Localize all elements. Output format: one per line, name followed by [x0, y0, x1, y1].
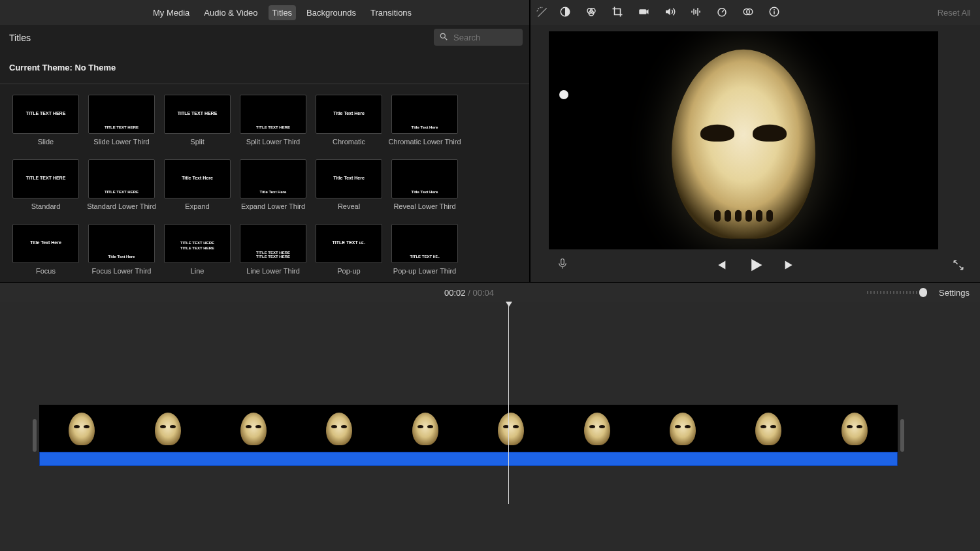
title-preset-label: Line — [159, 267, 235, 276]
title-preset-chromatic-lower-third[interactable]: Title Text HereChromatic Lower Third — [387, 95, 463, 146]
clip-thumbnail-frame — [383, 405, 468, 453]
search-icon — [439, 32, 448, 43]
title-preset-slide[interactable]: TITLE TEXT HERESlide — [8, 95, 84, 146]
title-preset-split[interactable]: TITLE TEXT HERESplit — [159, 95, 235, 146]
title-preset-label: Focus Lower Third — [84, 267, 159, 276]
clip-thumbnail-frame — [211, 405, 297, 453]
current-theme-label: Current Theme: No Theme — [0, 51, 529, 84]
timeline-toolbar: 00:02 / 00:04 Settings — [0, 282, 980, 303]
scene-light-orb — [559, 90, 568, 99]
volume-icon[interactable] — [664, 6, 676, 20]
title-preset-label: Slide Lower Third — [84, 138, 159, 146]
fullscreen-icon[interactable] — [953, 259, 964, 273]
zoom-slider[interactable] — [867, 291, 927, 294]
svg-rect-10 — [774, 11, 775, 14]
clip-thumbnail-frame — [468, 405, 554, 453]
title-preset-label: Slide — [8, 138, 84, 146]
clip-thumbnail-frame — [554, 405, 640, 453]
title-preset-split-lower-third[interactable]: TITLE TEXT HERESplit Lower Third — [235, 95, 311, 146]
playhead-time: 00:02 / 00:04 — [444, 288, 494, 298]
title-preset-label: Pop-up — [311, 267, 387, 276]
title-preset-expand-lower-third[interactable]: Title Text HereExpand Lower Third — [235, 159, 311, 211]
library-tabs: My MediaAudio & VideoTitlesBackgroundsTr… — [0, 5, 416, 20]
clip-trim-handle-left[interactable] — [33, 419, 37, 452]
title-preset-label: Split Lower Third — [235, 138, 311, 146]
title-preset-label: Reveal Lower Third — [387, 202, 463, 211]
tab-titles[interactable]: Titles — [269, 5, 297, 20]
title-preset-label: Chromatic Lower Third — [387, 138, 463, 146]
title-preset-label: Line Lower Third — [235, 267, 311, 276]
title-preset-expand[interactable]: Title Text HereExpand — [159, 159, 235, 211]
title-preset-label: Standard Lower Third — [84, 202, 159, 211]
clip-audio-track[interactable] — [39, 452, 898, 466]
title-preset-standard[interactable]: TITLE TEXT HEREStandard — [8, 159, 84, 211]
preview-viewer[interactable] — [549, 31, 938, 249]
clip-thumbnail-frame — [39, 405, 125, 453]
title-preset-slide-lower-third[interactable]: TITLE TEXT HERESlide Lower Third — [84, 95, 159, 146]
tab-audio-video[interactable]: Audio & Video — [200, 5, 261, 20]
search-input[interactable] — [452, 32, 514, 43]
clip-filter-icon[interactable] — [742, 6, 754, 20]
preview-pane — [531, 25, 980, 282]
title-preset-label: Standard — [8, 202, 84, 211]
color-correction-icon[interactable] — [585, 6, 597, 20]
pane-title: Titles — [9, 33, 31, 43]
playhead[interactable] — [508, 302, 509, 504]
tab-my-media[interactable]: My Media — [149, 5, 193, 20]
title-preset-label: Expand Lower Third — [235, 202, 311, 211]
clip-thumbnail-frame — [297, 405, 382, 453]
title-preset-chromatic[interactable]: Title Text HereChromatic — [311, 95, 387, 146]
title-preset-label: Expand — [159, 202, 235, 211]
title-preset-reveal[interactable]: Title Text HereReveal — [311, 159, 387, 211]
preview-content-mask — [672, 50, 815, 239]
search-field[interactable] — [434, 29, 523, 46]
play-button[interactable] — [746, 256, 764, 276]
title-preset-pop-up[interactable]: TITLE TEXT HE..Pop-up — [311, 224, 387, 276]
clip-thumbnail-frame — [726, 405, 811, 453]
transport-controls — [531, 249, 980, 282]
title-preset-focus[interactable]: Title Text HereFocus — [8, 224, 84, 276]
stabilization-icon[interactable] — [638, 6, 649, 20]
svg-line-12 — [445, 37, 448, 40]
svg-point-11 — [440, 33, 445, 38]
titles-browser-pane: Titles Current Theme: No Theme TITLE TEX… — [0, 25, 530, 282]
color-balance-icon[interactable] — [559, 6, 571, 20]
tab-transitions[interactable]: Transitions — [367, 5, 416, 20]
title-preset-reveal-lower-third[interactable]: Title Text HereReveal Lower Third — [387, 159, 463, 211]
timeline[interactable] — [0, 302, 980, 551]
title-preset-line-lower-third[interactable]: TITLE TEXT HERETITLE TEXT HERELine Lower… — [235, 224, 311, 276]
clip-thumbnail-frame — [125, 405, 210, 453]
title-preset-label: Chromatic — [311, 138, 387, 146]
title-preset-label: Reveal — [311, 202, 387, 211]
speed-icon[interactable] — [716, 6, 728, 20]
title-preset-label: Focus — [8, 267, 84, 276]
title-preset-standard-lower-third[interactable]: TITLE TEXT HEREStandard Lower Third — [84, 159, 159, 211]
reset-all-button[interactable]: Reset All — [938, 8, 971, 18]
svg-rect-4 — [639, 9, 646, 14]
enhance-magic-wand-icon[interactable] — [536, 6, 549, 21]
clip-thumbnail-frame — [812, 405, 898, 453]
timeline-settings-button[interactable]: Settings — [939, 288, 970, 298]
crop-icon[interactable] — [612, 6, 623, 20]
title-preset-label: Pop-up Lower Third — [387, 267, 463, 276]
noise-reduction-eq-icon[interactable] — [690, 6, 702, 20]
next-button[interactable] — [783, 258, 797, 274]
info-icon[interactable] — [768, 6, 780, 20]
title-preset-pop-up-lower-third[interactable]: TITLE TEXT HE..Pop-up Lower Third — [387, 224, 463, 276]
previous-button[interactable] — [713, 258, 728, 274]
clip-thumbnail-frame — [640, 405, 726, 453]
svg-point-9 — [774, 9, 775, 10]
clip-trim-handle-right[interactable] — [900, 419, 904, 452]
tab-backgrounds[interactable]: Backgrounds — [302, 5, 360, 20]
video-clip[interactable] — [39, 405, 898, 466]
title-preset-focus-lower-third[interactable]: Title Text HereFocus Lower Third — [84, 224, 159, 276]
title-preset-line[interactable]: TITLE TEXT HERETITLE TEXT HERELine — [159, 224, 235, 276]
title-preset-label: Split — [159, 138, 235, 146]
